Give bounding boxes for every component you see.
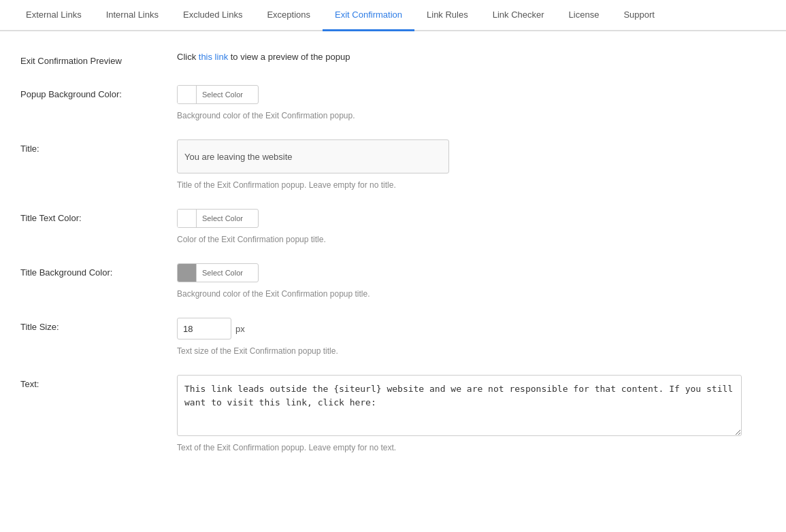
px-unit-label: px <box>235 324 245 334</box>
popup-bg-color-btn-label: Select Color <box>197 90 248 99</box>
preview-link[interactable]: this link <box>199 52 228 62</box>
title-input[interactable] <box>177 139 449 173</box>
title-label: Title: <box>20 139 177 154</box>
tab-license[interactable]: License <box>557 0 612 31</box>
tab-link-checker[interactable]: Link Checker <box>480 0 557 31</box>
title-size-input[interactable] <box>177 318 231 339</box>
tab-exceptions[interactable]: Exceptions <box>255 0 323 31</box>
title-text-color-controls: Select Color Color of the Exit Confirmat… <box>177 209 766 244</box>
title-bg-color-label: Title Background Color: <box>20 263 177 278</box>
title-text-color-row: Title Text Color: Select Color Color of … <box>20 209 766 244</box>
popup-bg-color-label: Popup Background Color: <box>20 85 177 99</box>
title-size-input-row: px <box>177 318 766 339</box>
title-size-controls: px Text size of the Exit Confirmation po… <box>177 318 766 356</box>
title-bg-color-btn-label: Select Color <box>197 269 248 277</box>
title-text-color-btn-label: Select Color <box>197 214 248 222</box>
text-hint: Text of the Exit Confirmation popup. Lea… <box>177 443 766 452</box>
text-controls: Text of the Exit Confirmation popup. Lea… <box>177 375 766 452</box>
popup-bg-color-row: Popup Background Color: Select Color Bac… <box>20 85 766 120</box>
preview-label: Exit Confirmation Preview <box>20 52 177 66</box>
preview-text: Click this link to view a preview of the… <box>177 52 766 62</box>
title-bg-color-row: Title Background Color: Select Color Bac… <box>20 263 766 299</box>
popup-bg-color-hint: Background color of the Exit Confirmatio… <box>177 111 766 120</box>
popup-bg-color-controls: Select Color Background color of the Exi… <box>177 85 766 120</box>
title-bg-color-controls: Select Color Background color of the Exi… <box>177 263 766 299</box>
title-size-label: Title Size: <box>20 318 177 332</box>
popup-bg-color-swatch <box>178 85 197 104</box>
preview-row: Exit Confirmation Preview Click this lin… <box>20 52 766 66</box>
tab-exit-confirmation[interactable]: Exit Confirmation <box>323 0 414 31</box>
title-bg-color-swatch <box>178 263 197 282</box>
title-size-row: Title Size: px Text size of the Exit Con… <box>20 318 766 356</box>
title-row: Title: Title of the Exit Confirmation po… <box>20 139 766 190</box>
title-text-color-swatch <box>178 209 197 228</box>
tab-support[interactable]: Support <box>611 0 667 31</box>
title-text-color-label: Title Text Color: <box>20 209 177 223</box>
text-label: Text: <box>20 375 177 389</box>
nav-tabs: External Links Internal Links Excluded L… <box>0 0 786 31</box>
text-textarea[interactable] <box>177 375 742 436</box>
main-content: Exit Confirmation Preview Click this lin… <box>0 31 786 492</box>
popup-bg-color-picker[interactable]: Select Color <box>177 85 259 104</box>
preview-text-after: to view a preview of the popup <box>228 52 350 62</box>
title-controls: Title of the Exit Confirmation popup. Le… <box>177 139 766 190</box>
title-bg-color-picker[interactable]: Select Color <box>177 263 259 282</box>
preview-description: Click this link to view a preview of the… <box>177 52 766 62</box>
text-row: Text: Text of the Exit Confirmation popu… <box>20 375 766 452</box>
preview-text-before: Click <box>177 52 199 62</box>
title-size-hint: Text size of the Exit Confirmation popup… <box>177 346 766 356</box>
tab-link-rules[interactable]: Link Rules <box>414 0 480 31</box>
title-text-color-picker[interactable]: Select Color <box>177 209 259 228</box>
title-bg-color-hint: Background color of the Exit Confirmatio… <box>177 289 766 299</box>
tab-external-links[interactable]: External Links <box>14 0 94 31</box>
title-text-color-hint: Color of the Exit Confirmation popup tit… <box>177 235 766 244</box>
tab-internal-links[interactable]: Internal Links <box>94 0 171 31</box>
tab-excluded-links[interactable]: Excluded Links <box>171 0 255 31</box>
title-hint: Title of the Exit Confirmation popup. Le… <box>177 180 766 190</box>
